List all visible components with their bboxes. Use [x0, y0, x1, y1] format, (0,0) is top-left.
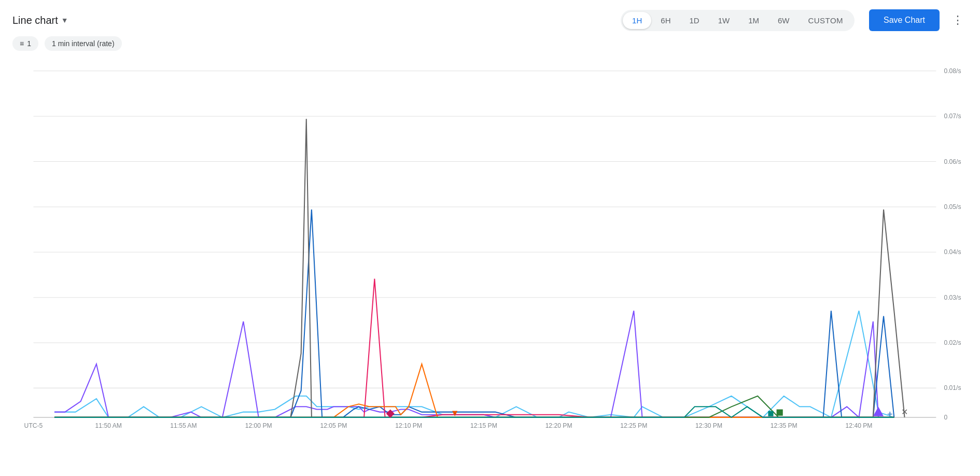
- svg-text:12:25 PM: 12:25 PM: [620, 422, 647, 429]
- triangle-down-marker: [452, 411, 457, 416]
- diamond-marker: [386, 409, 395, 417]
- svg-text:11:50 AM: 11:50 AM: [95, 422, 122, 429]
- teal-square-marker: [768, 411, 773, 416]
- svg-text:0.06/s: 0.06/s: [944, 158, 961, 165]
- subheader: ≡ 1 1 min interval (rate): [0, 36, 980, 55]
- chart-area: 0.08/s 0.07/s 0.06/s 0.05/s 0.04/s 0.03/…: [12, 55, 968, 439]
- time-controls: 1H 6H 1D 1W 1M 6W CUSTOM: [621, 10, 855, 31]
- svg-text:UTC-5: UTC-5: [24, 422, 43, 429]
- time-btn-1m[interactable]: 1M: [739, 12, 768, 29]
- svg-text:12:15 PM: 12:15 PM: [470, 422, 497, 429]
- line-chart-svg: 0.08/s 0.07/s 0.06/s 0.05/s 0.04/s 0.03/…: [12, 55, 968, 439]
- time-btn-custom[interactable]: CUSTOM: [799, 12, 852, 29]
- svg-text:0.01/s: 0.01/s: [944, 384, 961, 391]
- time-btn-6w[interactable]: 6W: [768, 12, 799, 29]
- plus-marker: +: [887, 409, 893, 419]
- header: Line chart ▼ 1H 6H 1D 1W 1M 6W CUSTOM Sa…: [0, 0, 980, 36]
- svg-text:0.04/s: 0.04/s: [944, 248, 961, 256]
- chart-title-container: Line chart ▼: [12, 15, 612, 26]
- filter-count: 1: [27, 39, 31, 48]
- svg-text:12:35 PM: 12:35 PM: [771, 422, 797, 429]
- x-marker: ✕: [901, 407, 908, 416]
- filter-badge[interactable]: ≡ 1: [12, 36, 38, 51]
- svg-text:12:10 PM: 12:10 PM: [395, 422, 422, 429]
- svg-text:12:20 PM: 12:20 PM: [545, 422, 572, 429]
- svg-text:0.07/s: 0.07/s: [944, 113, 961, 120]
- chart-type-dropdown-icon[interactable]: ▼: [61, 16, 68, 24]
- interval-badge[interactable]: 1 min interval (rate): [45, 36, 122, 51]
- time-btn-6h[interactable]: 6H: [651, 12, 680, 29]
- triangle-up-marker: [873, 407, 884, 416]
- svg-text:12:30 PM: 12:30 PM: [695, 422, 722, 429]
- chart-type-label: Line chart: [12, 15, 58, 26]
- square-marker: [777, 409, 783, 415]
- svg-text:12:05 PM: 12:05 PM: [320, 422, 347, 429]
- time-btn-1d[interactable]: 1D: [680, 12, 708, 29]
- time-btn-1h[interactable]: 1H: [623, 12, 651, 29]
- save-chart-button[interactable]: Save Chart: [869, 9, 940, 31]
- filter-icon: ≡: [20, 39, 24, 48]
- time-btn-1w[interactable]: 1W: [709, 12, 739, 29]
- svg-text:12:00 PM: 12:00 PM: [245, 422, 272, 429]
- svg-text:11:55 AM: 11:55 AM: [170, 422, 197, 429]
- svg-text:0: 0: [944, 414, 947, 421]
- svg-text:0.08/s: 0.08/s: [944, 67, 961, 75]
- svg-text:0.02/s: 0.02/s: [944, 339, 961, 346]
- svg-text:0.03/s: 0.03/s: [944, 294, 961, 301]
- svg-text:0.05/s: 0.05/s: [944, 203, 961, 211]
- svg-text:12:40 PM: 12:40 PM: [846, 422, 873, 429]
- more-options-button[interactable]: ⋮: [948, 11, 968, 29]
